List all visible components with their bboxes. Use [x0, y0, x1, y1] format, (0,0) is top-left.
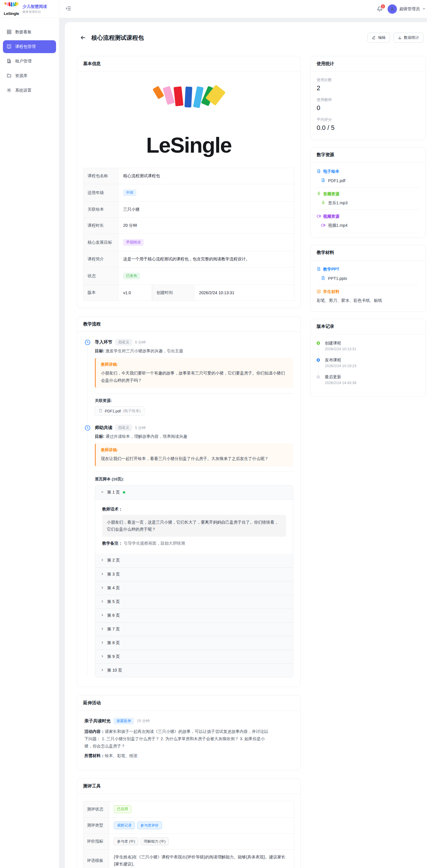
activity-content: 活动内容：请家长和孩子一起再次阅读《三只小猪》的故事，可以让孩子尝试复述故事内容…: [84, 728, 271, 750]
clock-icon: [84, 425, 91, 431]
accordion-header-page-6[interactable]: 第 6 页: [95, 609, 293, 622]
table-row: 状态 已发布: [84, 267, 294, 285]
user-menu[interactable]: 超级管理员: [388, 4, 426, 14]
lesingle-logo: LeSingle: [3, 2, 20, 16]
teaching-flow-card: 教学流程 导入环节 自定义 5 分钟: [77, 316, 301, 687]
accordion-header-page-7[interactable]: 第 7 页: [95, 622, 293, 636]
section-goal: 目标: 通过共读绘本，理解故事内容，培养阅读兴趣: [95, 434, 293, 439]
material-group-student: 学生材料 彩笔、剪刀、胶水、彩色卡纸、贴纸: [317, 289, 420, 304]
table-row: 适用年级 中班: [84, 184, 294, 202]
sidebar-item-label: 课程包管理: [15, 44, 36, 49]
metric-badge: 参与度 (中): [114, 838, 138, 845]
gear-icon: [6, 88, 12, 94]
sidebar-item-resources[interactable]: 资源库: [3, 69, 56, 82]
accordion-header-page-4[interactable]: 第 4 页: [95, 581, 293, 595]
assessment-type-badge: 观察记录: [114, 822, 135, 829]
chevron-right-icon: [100, 558, 104, 563]
linked-resource-chip[interactable]: PDF1.pdf (电子绘本): [95, 406, 145, 415]
timeline-item-published: 发布课程 2026/2/24 10:19:23: [317, 358, 420, 374]
section-duration: 5 分钟: [135, 340, 146, 345]
table-row: 评价指标 参与度 (中) 理解能力 (中): [84, 833, 294, 849]
teaching-note: 教学备注： 引导学生观察画面，鼓励大胆猜测: [102, 541, 286, 546]
microphone-icon: [317, 191, 321, 197]
resource-file-audio[interactable]: 音乐1.mp3: [317, 197, 420, 210]
chevron-right-icon: [100, 668, 104, 673]
back-button[interactable]: [79, 34, 87, 42]
stat-teacher-count: 使用教师 0: [317, 97, 420, 112]
card-title: 教学流程: [77, 317, 300, 332]
accordion-body-page-1: 教师话术： 小朋友们，看这一页，这是三只小猪，它们长大了，要离开妈妈自己盖房子住…: [95, 499, 293, 554]
data-stats-button[interactable]: 数据统计: [393, 33, 424, 42]
chevron-right-icon: [100, 586, 104, 590]
divider: [95, 472, 293, 472]
sidebar-item-dashboard[interactable]: 数据看板: [3, 26, 56, 38]
sidebar-logo: LeSingle 少儿智慧阅读 服务管理后台: [0, 0, 59, 18]
accordion-header-page-8[interactable]: 第 8 页: [95, 636, 293, 650]
microphone-icon: [321, 200, 326, 206]
sidebar-collapse-icon[interactable]: [66, 5, 71, 12]
video-camera-icon: [321, 223, 326, 228]
card-title: 测评工具: [77, 779, 300, 794]
course-cover-logo: LeSingle: [77, 71, 300, 168]
section-title: 导入环节: [95, 339, 112, 345]
dashboard-icon: [6, 29, 12, 35]
sidebar-item-settings[interactable]: 系统设置: [3, 84, 56, 97]
avatar: [388, 4, 397, 14]
accordion-header-page-2[interactable]: 第 2 页: [95, 554, 293, 567]
edit-button[interactable]: 编辑: [367, 33, 390, 42]
sidebar-item-tenants[interactable]: 租户管理: [3, 55, 56, 68]
accordion-header-page-1[interactable]: 第 1 页: [95, 486, 293, 499]
document-icon: [321, 276, 326, 281]
sidebar-menu: 数据看板 课程包管理 租户管理 资源库 系统设置: [0, 18, 59, 97]
book-icon: [6, 44, 12, 50]
table-row: 评语模板 {学生姓名}在《三只小猪》课程中表现出{评价等级}的阅读理解能力。能够…: [84, 849, 294, 868]
material-file-ppt[interactable]: PPT1.pptx: [317, 272, 420, 285]
card-title: 延伸活动: [77, 695, 300, 711]
custom-badge: 自定义: [115, 339, 132, 346]
basic-info-card: 基本信息 LeSingle 课程包名称 核心流程测试课程包: [77, 56, 301, 308]
teaching-materials-card: 教学材料 教学PPT PPT1.pptx: [310, 245, 426, 312]
timeline-dot-green: [317, 341, 320, 345]
accordion-header-page-9[interactable]: 第 9 页: [95, 650, 293, 663]
lesingle-smile-icon: [155, 87, 223, 130]
accordion-header-page-3[interactable]: 第 3 页: [95, 567, 293, 581]
document-icon: [321, 178, 326, 183]
card-title: 版本记录: [311, 319, 426, 334]
timeline-dot-blue: [317, 359, 320, 362]
app: LeSingle 少儿智慧阅读 服务管理后台 数据看板 课程包管理 租户管理: [0, 0, 427, 868]
lesingle-logo-icon: [5, 2, 19, 11]
basic-info-table: 课程包名称 核心流程测试课程包 适用年级 中班 关联绘本 三只小猪: [83, 168, 295, 301]
sidebar-item-label: 租户管理: [15, 59, 32, 64]
page-title: 核心流程测试课程包: [91, 34, 144, 42]
version-history-card: 版本记录 创建课程 2026/2/24 10:13:31 发布课程: [310, 319, 426, 397]
table-row: 课程简介 这是一个用于核心流程测试的课程包，包含完整的阅读教学流程设计。: [84, 251, 294, 267]
notification-bell-icon[interactable]: 5: [376, 6, 383, 12]
chevron-down-icon: [100, 490, 104, 495]
sidebar-item-label: 数据看板: [15, 29, 32, 35]
home-extension-badge: 家庭延伸: [114, 718, 134, 724]
app-subtitle: 服务管理后台: [23, 10, 47, 14]
student-materials-list: 彩笔、剪刀、胶水、彩色卡纸、贴纸: [317, 294, 420, 304]
document-icon: [317, 267, 321, 272]
sidebar: LeSingle 少儿智慧阅读 服务管理后台 数据看板 课程包管理 租户管理: [0, 0, 59, 868]
teacher-script-box: 教师讲稿: 小朋友们，今天我们要听一个有趣的故事，故事里有三只可爱的小猪，它们要…: [95, 358, 293, 388]
enabled-badge: 已启用: [114, 805, 131, 813]
file-icon: [99, 409, 103, 413]
comment-template: {学生姓名}在《三只小猪》课程中表现出{评价等级}的阅读理解能力。能够{具体表现…: [109, 849, 294, 868]
card-title: 基本信息: [77, 56, 300, 71]
video-camera-icon: [317, 214, 321, 219]
card-title: 教学材料: [311, 245, 426, 260]
sidebar-item-course-packages[interactable]: 课程包管理: [3, 40, 56, 53]
flow-section-shared-reading: 师幼共读 自定义 5 分钟 目标: 通过共读绘本，理解故事内容，培养阅读兴趣 教…: [84, 424, 293, 677]
table-row: 关联绘本 三只小猪: [84, 202, 294, 217]
resource-file-video[interactable]: 视频1.mp4: [317, 219, 420, 232]
resource-file-pdf[interactable]: PDF1.pdf: [317, 174, 420, 187]
table-row: 测评类型 观察记录 参与度评价: [84, 817, 294, 833]
material-group-ppt: 教学PPT PPT1.pptx: [317, 267, 420, 285]
accordion-header-page-10[interactable]: 第 10 页: [95, 663, 293, 677]
table-row: 测评状态 已启用: [84, 801, 294, 817]
table-row: 核心发展目标 早期阅读: [84, 234, 294, 251]
page-header: 核心流程测试课程包 编辑 数据统计: [71, 33, 426, 42]
metric-badge: 理解能力 (中): [141, 838, 169, 845]
accordion-header-page-5[interactable]: 第 5 页: [95, 595, 293, 609]
